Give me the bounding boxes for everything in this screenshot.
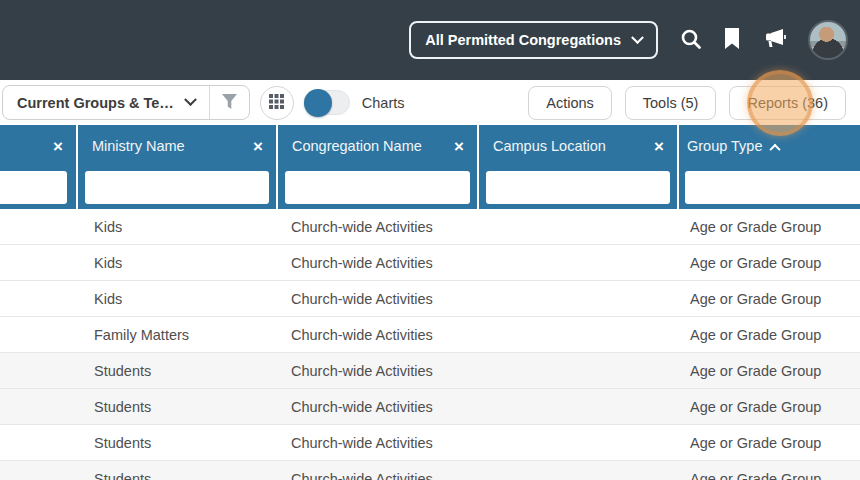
cell-congregation-name: Church-wide Activities — [278, 425, 479, 460]
close-icon[interactable]: × — [654, 138, 664, 155]
view-selector-dropdown[interactable]: Current Groups & Te… — [3, 86, 209, 119]
cell-campus-location — [479, 317, 679, 352]
cell-first — [0, 245, 78, 280]
column-header-ministry-name[interactable]: Ministry Name × — [78, 125, 278, 209]
cell-first — [0, 353, 78, 388]
table-body: Kids Church-wide Activities Age or Grade… — [0, 209, 860, 480]
cell-ministry-name: Kids — [78, 281, 278, 316]
column-label: Congregation Name — [292, 138, 422, 154]
tools-button[interactable]: Tools (5) — [625, 86, 717, 120]
cell-group-type: Age or Grade Group — [679, 389, 860, 424]
cell-campus-location — [479, 461, 679, 480]
table-row[interactable]: Students Church-wide Activities Age or G… — [0, 389, 860, 425]
column-header-group-type[interactable]: Group Type — [679, 125, 860, 209]
table-row[interactable]: Family Matters Church-wide Activities Ag… — [0, 317, 860, 353]
table-row[interactable]: Students Church-wide Activities Age or G… — [0, 461, 860, 480]
cell-congregation-name: Church-wide Activities — [278, 209, 479, 244]
cell-first — [0, 317, 78, 352]
table-row[interactable]: Kids Church-wide Activities Age or Grade… — [0, 245, 860, 281]
cell-ministry-name: Students — [78, 425, 278, 460]
cell-ministry-name: Students — [78, 389, 278, 424]
funnel-icon — [221, 93, 238, 113]
app-window: All Permitted Congregations Cur — [0, 0, 860, 480]
column-filter-input-group-type[interactable] — [685, 171, 860, 204]
cell-group-type: Age or Grade Group — [679, 461, 860, 480]
column-filter-input-first[interactable] — [0, 171, 67, 204]
bookmark-button[interactable] — [724, 28, 740, 52]
cell-congregation-name: Church-wide Activities — [278, 281, 479, 316]
cell-first — [0, 209, 78, 244]
close-icon[interactable]: × — [53, 138, 63, 155]
table-header: × Ministry Name × Congregation Name × — [0, 125, 860, 209]
cell-first — [0, 389, 78, 424]
cell-ministry-name: Students — [78, 353, 278, 388]
top-navbar: All Permitted Congregations — [0, 0, 860, 80]
cell-congregation-name: Church-wide Activities — [278, 389, 479, 424]
reports-button[interactable]: Reports (36) — [729, 86, 846, 120]
table-row[interactable]: Kids Church-wide Activities Age or Grade… — [0, 209, 860, 245]
cell-campus-location — [479, 245, 679, 280]
cell-group-type: Age or Grade Group — [679, 425, 860, 460]
congregation-selector-label: All Permitted Congregations — [425, 32, 621, 48]
search-button[interactable] — [680, 28, 702, 53]
column-header-congregation-name[interactable]: Congregation Name × — [278, 125, 479, 209]
toggle-knob — [304, 89, 332, 117]
toolbar-right-group: Actions Tools (5) Reports (36) — [528, 86, 846, 120]
cell-ministry-name: Students — [78, 461, 278, 480]
table-row[interactable]: Kids Church-wide Activities Age or Grade… — [0, 281, 860, 317]
table-row[interactable]: Students Church-wide Activities Age or G… — [0, 425, 860, 461]
cell-campus-location — [479, 425, 679, 460]
column-label: Ministry Name — [92, 138, 185, 154]
charts-toggle[interactable] — [304, 90, 350, 115]
column-filter-input-campus[interactable] — [486, 171, 670, 204]
view-selector-group: Current Groups & Te… — [2, 85, 250, 120]
cell-congregation-name: Church-wide Activities — [278, 317, 479, 352]
cell-congregation-name: Church-wide Activities — [278, 245, 479, 280]
column-filter-input-congregation[interactable] — [285, 171, 470, 204]
megaphone-icon — [762, 28, 786, 53]
column-header-first[interactable]: × — [0, 125, 78, 209]
column-label: Group Type — [687, 138, 763, 154]
cell-campus-location — [479, 353, 679, 388]
toolbar-left-group: Current Groups & Te… — [0, 85, 405, 120]
cell-first — [0, 281, 78, 316]
cell-congregation-name: Church-wide Activities — [278, 353, 479, 388]
column-label: Campus Location — [493, 138, 606, 154]
cell-group-type: Age or Grade Group — [679, 353, 860, 388]
column-filter-input-ministry[interactable] — [85, 171, 269, 204]
view-selector-label: Current Groups & Te… — [17, 95, 174, 111]
bookmark-icon — [724, 28, 740, 52]
cell-group-type: Age or Grade Group — [679, 209, 860, 244]
search-icon — [680, 28, 702, 53]
cell-first — [0, 461, 78, 480]
charts-toggle-label: Charts — [362, 95, 405, 111]
user-menu-button[interactable] — [808, 20, 848, 60]
cell-group-type: Age or Grade Group — [679, 317, 860, 352]
grid-icon — [269, 94, 284, 112]
cell-campus-location — [479, 281, 679, 316]
cell-ministry-name: Kids — [78, 245, 278, 280]
cell-ministry-name: Kids — [78, 209, 278, 244]
cell-congregation-name: Church-wide Activities — [278, 461, 479, 480]
table-row[interactable]: Students Church-wide Activities Age or G… — [0, 353, 860, 389]
sort-ascending-icon — [769, 144, 780, 155]
grid-view-button[interactable] — [260, 86, 294, 120]
chevron-down-icon — [184, 93, 197, 106]
cell-ministry-name: Family Matters — [78, 317, 278, 352]
close-icon[interactable]: × — [253, 138, 263, 155]
chevron-down-icon — [631, 31, 644, 44]
cell-group-type: Age or Grade Group — [679, 281, 860, 316]
announcements-button[interactable] — [762, 28, 786, 53]
view-toolbar: Current Groups & Te… — [0, 80, 860, 125]
cell-group-type: Age or Grade Group — [679, 245, 860, 280]
close-icon[interactable]: × — [454, 138, 464, 155]
cell-campus-location — [479, 209, 679, 244]
user-avatar — [808, 20, 848, 60]
actions-button[interactable]: Actions — [528, 86, 612, 120]
congregation-selector-dropdown[interactable]: All Permitted Congregations — [409, 21, 658, 59]
column-header-campus-location[interactable]: Campus Location × — [479, 125, 679, 209]
cell-campus-location — [479, 389, 679, 424]
filter-button[interactable] — [209, 86, 249, 119]
cell-first — [0, 425, 78, 460]
